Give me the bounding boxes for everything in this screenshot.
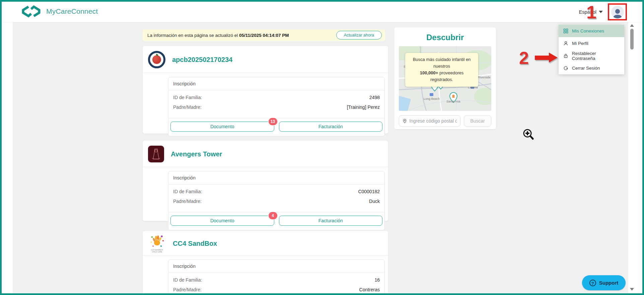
support-label: Support bbox=[599, 280, 619, 286]
map-label: Riverside bbox=[478, 76, 491, 79]
documents-button-label: Documento bbox=[210, 124, 234, 129]
billing-button[interactable]: Facturación bbox=[279, 216, 383, 226]
question-circle-icon: ? bbox=[589, 280, 596, 286]
top-header: MyCareConnect Español bbox=[2, 2, 642, 22]
notice-prefix: La información en esta página se actuali… bbox=[147, 33, 238, 38]
discover-title: Descubrir bbox=[394, 33, 496, 42]
family-id-row: ID de Familia: C0000182 bbox=[173, 189, 380, 194]
provider-logo-cc4: CC4 SANDBOX CHILD CARE bbox=[148, 234, 166, 253]
menu-item-my-connections[interactable]: Mis Conexiones bbox=[559, 25, 624, 37]
person-icon bbox=[612, 8, 623, 18]
menu-item-label: Mis Conexiones bbox=[572, 28, 604, 33]
provider-title-link[interactable]: apcb202502170234 bbox=[172, 56, 232, 64]
scrollbar-thumb[interactable] bbox=[630, 29, 634, 50]
brand-logo[interactable]: MyCareConnect bbox=[20, 5, 98, 18]
chevron-down-icon bbox=[599, 11, 603, 13]
family-id-value: C0000182 bbox=[358, 189, 380, 194]
card-header: Avengers Tower bbox=[143, 141, 388, 167]
logo-caption: CHILD CARE bbox=[152, 251, 162, 253]
family-id-label: ID de Familia: bbox=[173, 277, 202, 283]
brand-name: MyCareConnect bbox=[46, 7, 98, 15]
menu-item-logout[interactable]: Cerrar Sesión bbox=[559, 62, 624, 74]
documents-badge: 13 bbox=[269, 118, 277, 125]
annotation-highlight-box bbox=[608, 3, 627, 20]
section-label: Inscripción bbox=[168, 171, 384, 185]
provider-logo-apcb bbox=[148, 51, 165, 68]
user-dropdown-menu: Mis Conexiones Mi Perfil Restablecer Con… bbox=[559, 25, 624, 74]
enrollment-box: Inscripción ID de Familia: 2498 Padre/Ma… bbox=[168, 77, 385, 136]
provider-title-link[interactable]: CC4 SandBox bbox=[173, 240, 217, 247]
infinity-logo-icon bbox=[20, 5, 42, 18]
family-id-value: 2498 bbox=[369, 95, 380, 100]
profile-icon bbox=[563, 41, 568, 46]
provider-card-apcb: apcb202502170234 Inscripción ID de Famil… bbox=[143, 46, 388, 134]
documents-button-label: Documento bbox=[210, 218, 234, 223]
family-id-label: ID de Familia: bbox=[173, 95, 202, 100]
parent-row: Padre/Madre: Contreras bbox=[173, 287, 380, 292]
promo-count: 100,000+ bbox=[420, 70, 438, 75]
menu-item-my-profile[interactable]: Mi Perfil bbox=[559, 37, 624, 50]
annotation-step-2: 2 bbox=[519, 48, 529, 68]
refresh-now-button[interactable]: Actualizar ahora bbox=[336, 31, 382, 40]
enrollment-box: Inscripción ID de Familia: C0000182 Padr… bbox=[168, 171, 385, 230]
documents-button[interactable]: Documento 13 bbox=[170, 122, 274, 132]
parent-label: Padre/Madre: bbox=[173, 104, 202, 110]
parent-label: Padre/Madre: bbox=[173, 287, 202, 292]
support-button[interactable]: ? Support bbox=[582, 275, 626, 290]
card-header: apcb202502170234 bbox=[143, 46, 388, 73]
providers-promo-tooltip: Busca más cuidado infantil en nuestros 1… bbox=[405, 53, 478, 87]
enrollment-box: Inscripción ID de Familia: 16 Padre/Madr… bbox=[168, 260, 385, 295]
parent-value: Contreras bbox=[359, 287, 380, 292]
documents-badge: 4 bbox=[269, 212, 277, 219]
lock-icon bbox=[563, 53, 568, 58]
refresh-notice-text: La información en esta página se actuali… bbox=[147, 33, 289, 38]
refresh-notice-bar: La información en esta página se actuali… bbox=[143, 29, 385, 41]
family-id-row: ID de Familia: 2498 bbox=[173, 95, 380, 100]
logout-icon bbox=[563, 66, 568, 71]
map-label: Long Beach bbox=[424, 97, 440, 100]
promo-line1: Busca más cuidado infantil en nuestros bbox=[413, 57, 471, 69]
documents-button[interactable]: Documento 4 bbox=[170, 216, 274, 226]
search-button[interactable]: Buscar bbox=[464, 115, 491, 127]
scroll-up-arrow-icon[interactable] bbox=[630, 24, 634, 27]
section-label: Inscripción bbox=[168, 260, 384, 273]
app-window: MyCareConnect Español La información en … bbox=[0, 0, 644, 295]
parent-label: Padre/Madre: bbox=[173, 199, 202, 204]
menu-item-label: Cerrar Sesión bbox=[572, 66, 600, 71]
discover-panel: Descubrir bbox=[394, 27, 496, 129]
section-label: Inscripción bbox=[168, 77, 384, 90]
parent-value: Duck bbox=[369, 199, 380, 204]
parent-row: Padre/Madre: [Training] Perez bbox=[173, 104, 380, 110]
card-header: CC4 SANDBOX CHILD CARE CC4 SandBox bbox=[143, 231, 388, 255]
providers-map[interactable]: Los Angeles West Covina Pomona Chino Riv… bbox=[399, 46, 491, 111]
scroll-down-arrow-icon[interactable] bbox=[630, 288, 634, 291]
annotation-step-1: 1 bbox=[586, 2, 596, 22]
parent-row: Padre/Madre: Duck bbox=[173, 199, 380, 204]
zip-search-input[interactable] bbox=[409, 118, 457, 124]
family-id-row: ID de Familia: 16 bbox=[173, 277, 380, 283]
grid-icon bbox=[563, 28, 568, 33]
billing-button[interactable]: Facturación bbox=[279, 122, 383, 132]
provider-card-avengers: Avengers Tower Inscripción ID de Familia… bbox=[143, 141, 388, 221]
user-avatar-button[interactable] bbox=[611, 6, 624, 18]
zoom-cursor-icon bbox=[522, 128, 536, 142]
provider-card-cc4: CC4 SANDBOX CHILD CARE CC4 SandBox Inscr… bbox=[143, 231, 388, 295]
menu-item-label: Mi Perfil bbox=[572, 41, 588, 46]
zip-search-field[interactable] bbox=[399, 115, 460, 127]
family-id-value: 16 bbox=[374, 277, 380, 283]
menu-item-reset-password[interactable]: Restablecer Contraseña bbox=[559, 50, 624, 62]
provider-title-link[interactable]: Avengers Tower bbox=[171, 150, 222, 158]
family-id-label: ID de Familia: bbox=[173, 189, 202, 194]
map-label: Santa Ana bbox=[446, 100, 460, 103]
provider-logo-avengers bbox=[148, 146, 164, 162]
parent-value: [Training] Perez bbox=[347, 104, 380, 110]
menu-item-label: Restablecer Contraseña bbox=[572, 51, 620, 61]
location-pin-icon bbox=[403, 119, 407, 124]
notice-timestamp: 05/11/2025 04:14:07 PM bbox=[239, 33, 289, 38]
page-scrollbar[interactable] bbox=[628, 22, 636, 293]
